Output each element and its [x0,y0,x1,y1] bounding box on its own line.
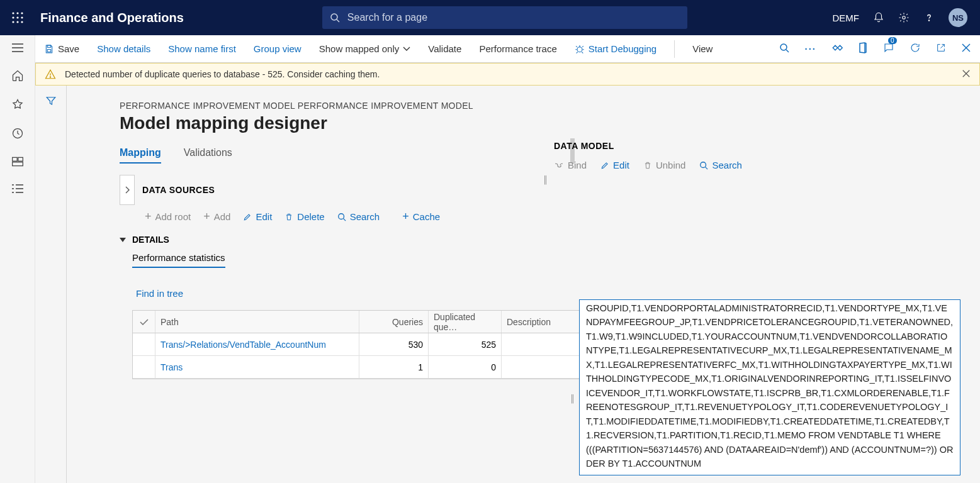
grid-row[interactable]: Trans/>Relations/VendTable_AccountNum 53… [133,333,580,356]
dm-unbind-button: Unbind [643,160,686,170]
hamburger-icon[interactable] [11,43,24,55]
debug-icon [575,44,585,54]
modules-icon[interactable] [11,184,24,196]
page-title: Model mapping designer [120,113,980,133]
filter-icon[interactable] [45,96,57,483]
ds-search-button[interactable]: Search [337,210,380,223]
col-path[interactable]: Path [155,311,359,333]
col-duplicated[interactable]: Duplicated que… [429,311,502,333]
svg-line-40 [706,167,708,169]
global-header: Finance and Operations Search for a page… [0,0,980,35]
dm-search-button[interactable]: Search [699,160,742,170]
tab-mapping[interactable]: Mapping [120,147,161,164]
show-details-button[interactable]: Show details [97,43,150,54]
popout-icon[interactable] [936,43,946,55]
star-icon[interactable] [11,98,24,113]
refresh-icon[interactable] [910,42,921,55]
office-icon[interactable] [858,42,868,55]
col-queries[interactable]: Queries [359,311,429,333]
add-root-button: +Add root [145,210,191,223]
data-model-panel: DATA MODEL Bind Edit Unbind Search ║ [554,141,964,184]
tab-validations[interactable]: Validations [184,147,232,164]
group-view-button[interactable]: Group view [254,43,301,54]
help-icon[interactable] [923,12,935,23]
svg-point-8 [21,21,23,23]
toolbar-right: ··· 0 [779,42,971,55]
svg-point-39 [701,162,706,167]
svg-rect-18 [18,157,23,161]
path-link[interactable]: Trans [155,356,359,378]
header-right: DEMF NS [833,8,981,27]
svg-point-34 [50,77,50,77]
toolbar-search-icon[interactable] [779,43,789,55]
svg-point-3 [12,16,14,18]
grid-header: Path Queries Duplicated que… Description [133,311,580,333]
toolbar-divider [674,40,675,58]
splitter-grip-icon[interactable]: ║ [570,394,575,403]
select-all[interactable] [133,311,155,333]
svg-line-38 [343,218,346,221]
breadcrumb: PERFORMANCE IMPROVEMENT MODEL PERFORMANC… [120,101,980,111]
message-close-icon[interactable] [962,69,971,80]
start-debugging-button[interactable]: Start Debugging [575,43,656,54]
save-button[interactable]: Save [44,43,79,54]
user-avatar[interactable]: NS [949,8,967,27]
details-header[interactable]: DETAILS [120,235,980,245]
bell-icon[interactable] [873,12,884,23]
svg-point-9 [331,14,337,20]
company-code[interactable]: DEMF [833,13,860,23]
more-icon[interactable]: ··· [804,43,816,54]
search-placeholder: Search for a page [347,12,427,23]
path-link[interactable]: Trans/>Relations/VendTable_AccountNum [155,333,359,355]
svg-point-11 [903,16,906,19]
filter-column [35,86,67,483]
recent-icon[interactable] [11,127,24,142]
app-launcher-icon[interactable] [0,12,35,23]
messages-icon[interactable]: 0 [883,42,894,55]
col-description[interactable]: Description [502,311,580,333]
show-name-first-button[interactable]: Show name first [168,43,236,54]
show-mapped-dropdown[interactable]: Show mapped only [319,43,411,54]
dm-edit-button[interactable]: Edit [600,160,629,170]
workspace-icon[interactable] [11,156,24,170]
grid-row[interactable]: Trans 1 0 [133,356,580,379]
svg-point-4 [16,16,18,18]
svg-point-28 [577,47,582,52]
data-model-title: DATA MODEL [554,141,964,151]
datasources-expand[interactable] [120,175,135,205]
svg-point-37 [338,213,344,219]
svg-rect-17 [12,157,17,161]
splitter-grip-icon[interactable]: ║ [543,175,964,184]
message-bar: Detected number of duplicate queries to … [35,63,980,86]
svg-point-6 [12,21,14,23]
svg-rect-19 [12,162,23,166]
search-icon [330,13,340,23]
tab-performance-statistics[interactable]: Performance statistics [132,252,225,268]
view-button[interactable]: View [692,43,712,54]
datasources-title: DATA SOURCES [142,185,215,195]
nav-rail [0,35,35,483]
svg-point-12 [928,20,929,21]
svg-point-5 [21,16,23,18]
find-in-tree-link[interactable]: Find in tree [136,288,980,299]
performance-trace-button[interactable]: Performance trace [479,43,556,54]
performance-grid: Path Queries Duplicated que… Description… [132,310,580,379]
global-search[interactable]: Search for a page [322,6,687,29]
svg-point-0 [12,12,14,14]
ds-edit-button[interactable]: Edit [243,210,272,223]
close-icon[interactable] [961,43,971,55]
ds-cache-button[interactable]: +Cache [402,210,440,223]
dm-bind-button: Bind [554,160,587,170]
gear-icon[interactable] [898,12,910,23]
sql-query-textbox[interactable]: GROUPID,T1.VENDORPORTALADMINISTRATORRECI… [579,299,960,475]
svg-point-2 [21,12,23,14]
ds-delete-button[interactable]: Delete [284,210,324,223]
save-icon [44,44,54,54]
svg-point-1 [16,12,18,14]
validate-button[interactable]: Validate [428,43,461,54]
svg-line-30 [786,50,789,52]
home-icon[interactable] [11,69,24,84]
svg-line-10 [337,19,339,22]
attach-icon[interactable] [831,43,843,54]
svg-rect-26 [47,45,50,47]
